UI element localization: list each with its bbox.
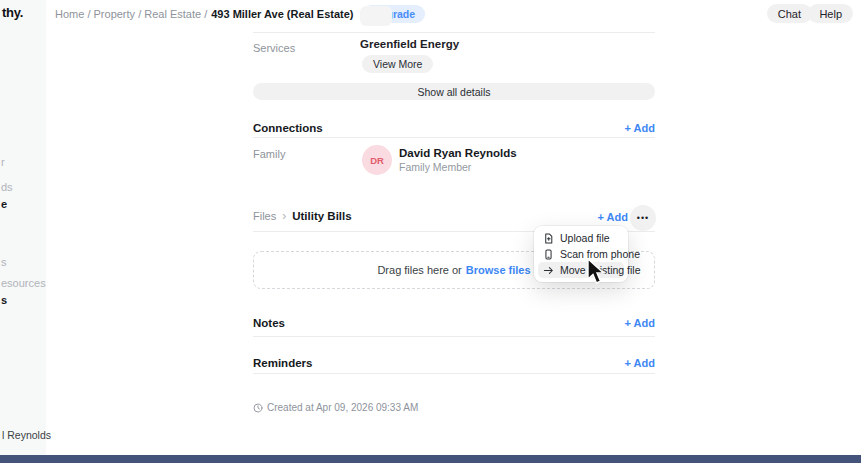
- add-file-button[interactable]: + Add: [598, 211, 628, 223]
- show-all-details-button[interactable]: Show all details: [253, 83, 655, 100]
- files-context-menu: Upload file Scan from phone Move existin…: [534, 226, 628, 282]
- family-label: Family: [253, 148, 285, 160]
- dropzone-text: Drag files here or: [377, 264, 461, 276]
- member-role: Family Member: [399, 161, 471, 173]
- menu-item-label: Upload file: [560, 232, 610, 244]
- menu-item-upload-file[interactable]: Upload file: [538, 230, 624, 246]
- more-options-button[interactable]: •••: [630, 205, 656, 231]
- clock-icon: [253, 403, 263, 413]
- services-label: Services: [253, 42, 295, 54]
- add-note-button[interactable]: + Add: [625, 317, 655, 329]
- bottom-bar: [0, 455, 861, 463]
- divider: [253, 137, 655, 138]
- sidebar-item-fragment[interactable]: ds: [1, 181, 13, 193]
- files-folder-name: Utility Bills: [292, 210, 351, 222]
- sidebar-item-fragment-active[interactable]: e: [1, 198, 7, 210]
- sidebar: thy. r ds e s esources s l Reynolds: [0, 0, 46, 455]
- arrow-right-icon: [543, 265, 554, 276]
- menu-item-scan-from-phone[interactable]: Scan from phone: [538, 246, 624, 262]
- notes-title: Notes: [253, 317, 285, 329]
- sidebar-user-name[interactable]: l Reynolds: [2, 429, 51, 441]
- breadcrumb-current: 493 Miller Ave (Real Estate): [211, 8, 353, 20]
- help-button[interactable]: Help: [808, 4, 853, 23]
- browse-files-link[interactable]: Browse files: [466, 264, 531, 276]
- breadcrumb-path[interactable]: Home / Property / Real Estate /: [55, 8, 207, 20]
- chevron-right-icon: ›: [282, 211, 286, 222]
- divider: [253, 336, 655, 337]
- connections-title: Connections: [253, 122, 323, 134]
- sidebar-item-fragment[interactable]: s: [1, 256, 7, 268]
- chat-button[interactable]: Chat: [767, 4, 812, 23]
- app-window: thy. r ds e s esources s l Reynolds Home…: [0, 0, 861, 463]
- files-label[interactable]: Files: [253, 210, 276, 222]
- divider: [253, 373, 655, 374]
- phone-icon: [543, 249, 554, 260]
- services-value: Greenfield Energy: [360, 38, 459, 50]
- created-timestamp: Created at Apr 09, 2026 09:33 AM: [253, 402, 418, 413]
- files-breadcrumb: Files › Utility Bills: [253, 210, 352, 222]
- created-text: Created at Apr 09, 2026 09:33 AM: [267, 402, 418, 413]
- sidebar-item-fragment[interactable]: s: [1, 294, 7, 306]
- menu-item-move-existing-file[interactable]: Move existing file: [538, 262, 624, 278]
- divider: [253, 32, 655, 33]
- file-plus-icon: [543, 233, 554, 244]
- view-more-button[interactable]: View More: [362, 55, 433, 73]
- scrolled-element-fragment: [360, 6, 392, 26]
- app-logo: thy.: [2, 5, 23, 20]
- reminders-title: Reminders: [253, 357, 312, 369]
- add-connection-button[interactable]: + Add: [625, 122, 655, 134]
- menu-item-label: Scan from phone: [560, 248, 640, 260]
- sidebar-item-fragment[interactable]: esources: [1, 277, 46, 289]
- member-name: David Ryan Reynolds: [399, 147, 517, 159]
- menu-item-label: Move existing file: [560, 264, 641, 276]
- avatar: DR: [362, 145, 392, 175]
- sidebar-item-fragment[interactable]: r: [1, 156, 5, 168]
- add-reminder-button[interactable]: + Add: [625, 357, 655, 369]
